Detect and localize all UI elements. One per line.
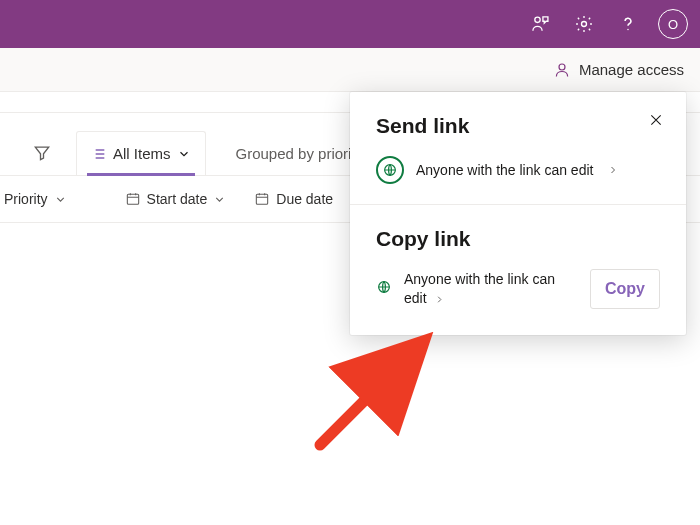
chevron-down-icon <box>177 147 191 161</box>
avatar[interactable]: O <box>658 9 688 39</box>
manage-access-button[interactable]: Manage access <box>553 61 684 79</box>
action-bar: Manage access <box>0 48 700 92</box>
app-top-bar: O <box>0 0 700 48</box>
avatar-initial: O <box>668 17 678 32</box>
copy-link-scope[interactable]: Anyone with the link can edit <box>404 270 564 308</box>
copy-button[interactable]: Copy <box>590 269 660 309</box>
send-link-section: Send link Anyone with the link can edit <box>350 92 686 204</box>
chevron-right-icon <box>607 164 619 176</box>
svg-point-2 <box>627 29 629 30</box>
filter-icon[interactable] <box>24 143 60 163</box>
view-tab-all-items[interactable]: All Items <box>76 131 206 175</box>
annotation-arrow <box>300 330 460 460</box>
col-start-date[interactable]: Start date <box>125 191 227 207</box>
copy-link-scope-label: Anyone with the link can edit <box>404 271 555 306</box>
list-icon <box>91 146 107 162</box>
globe-icon <box>376 156 404 184</box>
col-priority-label: Priority <box>4 191 48 207</box>
calendar-icon <box>125 191 141 207</box>
send-link-scope[interactable]: Anyone with the link can edit <box>376 156 660 184</box>
svg-line-8 <box>320 355 410 445</box>
calendar-icon <box>254 191 270 207</box>
copy-link-title: Copy link <box>376 227 660 251</box>
gear-icon[interactable] <box>564 4 604 44</box>
globe-icon <box>376 279 392 299</box>
col-start-date-label: Start date <box>147 191 208 207</box>
manage-access-label: Manage access <box>579 61 684 78</box>
col-due-date-label: Due date <box>276 191 333 207</box>
col-due-date[interactable]: Due date <box>254 191 333 207</box>
view-tab-grouped-label: Grouped by priority <box>236 145 364 162</box>
view-tab-label: All Items <box>113 145 171 162</box>
close-icon[interactable] <box>648 112 664 132</box>
share-link-popup: Send link Anyone with the link can edit … <box>350 92 686 335</box>
help-icon[interactable] <box>608 4 648 44</box>
chevron-right-icon <box>434 294 445 305</box>
svg-point-0 <box>535 17 540 22</box>
copy-link-section: Copy link Anyone with the link can edit … <box>350 205 686 329</box>
svg-rect-5 <box>257 194 268 204</box>
send-link-title: Send link <box>376 114 660 138</box>
svg-point-1 <box>582 22 587 27</box>
svg-point-3 <box>559 64 565 70</box>
svg-rect-4 <box>127 194 138 204</box>
send-link-scope-label: Anyone with the link can edit <box>416 162 593 178</box>
feedback-icon[interactable] <box>520 4 560 44</box>
person-icon <box>553 61 571 79</box>
col-priority[interactable]: Priority <box>4 191 67 207</box>
chevron-down-icon <box>213 193 226 206</box>
chevron-down-icon <box>54 193 67 206</box>
